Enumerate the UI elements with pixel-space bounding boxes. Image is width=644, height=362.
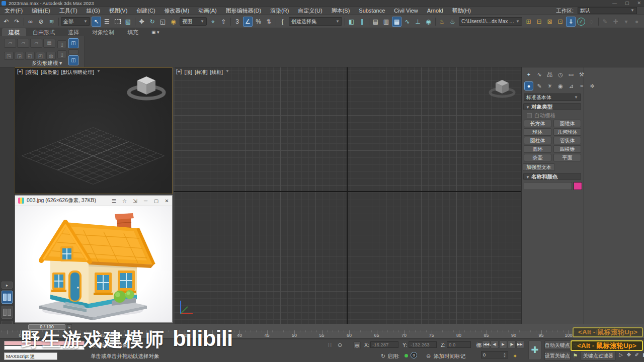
select-object-icon[interactable]: ↖ — [92, 17, 101, 27]
bind-to-space-warp-icon[interactable]: ≋ — [47, 17, 56, 27]
viewport-label-segment[interactable]: [顶] — [184, 69, 192, 76]
project-folder-dropdown[interactable]: C:\Users\1\…ds Max 2023▼ — [459, 17, 522, 26]
select-and-scale-icon[interactable]: ◱ — [158, 17, 168, 27]
menu-item[interactable]: 修改器(M) — [160, 7, 194, 15]
view-cube[interactable] — [122, 71, 169, 105]
filter-funnel-icon[interactable]: ▼ — [225, 69, 229, 76]
menu-item[interactable]: 渲染(R) — [266, 7, 293, 15]
viewer-minimize-icon[interactable]: ─ — [140, 196, 151, 206]
viewport-label-segment[interactable]: [+] — [17, 69, 23, 76]
key-filters-icon[interactable]: ⚑ — [572, 352, 579, 359]
isolate-selection-icon[interactable]: ∷ — [326, 341, 334, 349]
primitive-button[interactable]: 圆锥体 — [553, 120, 581, 127]
notification-icon[interactable]: ◌ — [587, 17, 596, 27]
menu-item[interactable]: 创建(C) — [132, 7, 159, 15]
object-color-swatch[interactable] — [574, 182, 582, 190]
viewport-label-segment[interactable]: [线框] — [210, 69, 223, 76]
pan-view-icon[interactable]: ✥ — [626, 351, 632, 358]
ribbon-tool-icon[interactable]: ▱ — [17, 39, 29, 48]
ribbon-tab[interactable]: 填充 — [121, 28, 145, 36]
menu-item[interactable]: 图形编辑器(D) — [221, 7, 266, 15]
ribbon-tool-icon[interactable]: ▯ — [57, 40, 66, 48]
set-key-button[interactable]: 设置关键点 — [544, 351, 571, 360]
maximize-viewport-icon[interactable]: ◧ — [642, 351, 644, 358]
menu-item[interactable]: Civil View — [389, 7, 422, 15]
viewport-top[interactable]: [+][顶][标准][线框]▼ — [174, 67, 521, 324]
primitive-button[interactable]: 四棱锥 — [553, 145, 581, 153]
zoom-region-icon[interactable]: ✐ — [634, 351, 640, 358]
select-and-rotate-icon[interactable]: ↻ — [147, 17, 157, 27]
ribbon-toggle-icon[interactable]: ▦ — [392, 17, 401, 27]
current-frame-field[interactable]: 0▲▼ — [481, 351, 508, 358]
viewport-perspective[interactable]: [+][透视][高质量][默认明暗处理]▼ — [15, 67, 173, 194]
select-by-name-icon[interactable]: ☰ — [102, 17, 112, 27]
layer-explorer-icon[interactable]: ▥ — [381, 17, 391, 27]
z-coord-field[interactable]: 0.0 — [447, 341, 471, 348]
primitive-button[interactable]: 茶壶 — [524, 154, 551, 161]
ribbon-tool-icon[interactable] — [68, 49, 78, 54]
spacewarps-category-icon[interactable]: ≈ — [577, 81, 586, 90]
render-frame-icon[interactable]: ♨ — [448, 17, 457, 27]
ribbon-tab[interactable]: 建模 — [2, 28, 26, 36]
viewer-favorite-icon[interactable]: ☆ — [119, 196, 130, 206]
ribbon-tool-icon[interactable]: ▱ — [30, 39, 42, 48]
viewport-label-segment[interactable]: [标准] — [195, 69, 208, 76]
menu-item[interactable]: Substance — [354, 7, 389, 15]
named-selection-sets-icon[interactable]: { — [278, 17, 287, 27]
enable-time-icon[interactable]: ↻ — [379, 352, 387, 360]
add-time-tag-icon[interactable]: ⊖ — [425, 352, 432, 360]
x-coord-field[interactable]: -16.287 — [370, 341, 398, 348]
menu-item[interactable]: 自定义(U) — [293, 7, 327, 15]
ribbon-tool-icon[interactable]: ▱ — [4, 39, 16, 48]
go-to-start-button[interactable]: |◀◀ — [482, 340, 490, 348]
select-and-manipulate-icon[interactable]: ⇧ — [219, 17, 228, 27]
primitive-button[interactable]: 圆柱体 — [524, 137, 551, 144]
viewer-maximize-icon[interactable]: ▢ — [151, 196, 162, 206]
maxscript-listener[interactable] — [4, 346, 85, 350]
primitive-button[interactable]: 几何球体 — [553, 128, 581, 136]
modify-tab-icon[interactable]: ∿ — [535, 70, 544, 79]
ribbon-tool-icon[interactable]: ◍ — [46, 52, 56, 60]
close-button[interactable]: ✕ — [637, 0, 641, 7]
select-and-link-icon[interactable]: ∞ — [26, 17, 35, 27]
undo-icon[interactable]: ↶ — [2, 17, 11, 27]
ribbon-tool-icon[interactable]: ◰ — [36, 52, 45, 60]
transform-gizmo-icon[interactable]: ⊕ — [353, 341, 361, 349]
ribbon-tab[interactable]: 选择 — [61, 28, 86, 36]
menu-item[interactable]: 文件(F) — [0, 7, 27, 15]
layout-preset[interactable] — [2, 306, 13, 319]
geometry-category-icon[interactable]: ● — [524, 81, 533, 90]
track-bar[interactable]: 0510152025303540455055606570758085909510… — [0, 330, 644, 339]
ribbon-tab[interactable]: 对象绘制 — [86, 28, 121, 36]
object-name-field[interactable] — [524, 182, 572, 190]
maxscript-macro-recorder[interactable] — [4, 341, 85, 345]
spinner-arrows-icon[interactable]: ▲▼ — [503, 352, 506, 358]
autobackup-icon[interactable]: ⇓ — [566, 17, 576, 27]
primitive-button[interactable]: 圆环 — [524, 145, 551, 153]
import-file-icon[interactable]: ⊡ — [555, 17, 565, 27]
menu-item[interactable]: 编辑(E) — [27, 7, 55, 15]
shapes-category-icon[interactable]: ✎ — [535, 81, 544, 90]
rollout-object-type[interactable]: ▼对象类型 — [523, 103, 581, 110]
select-and-move-icon[interactable]: ✥ — [137, 17, 146, 27]
maxscript-mini-listener-label[interactable]: MAXScript 迷 — [4, 352, 57, 360]
next-frame-nub[interactable]: ▸ — [67, 324, 72, 330]
add-tool-icon[interactable]: ✚ — [611, 17, 620, 27]
select-and-place-icon[interactable]: ◉ — [169, 17, 178, 27]
primitive-button[interactable]: 管状体 — [553, 137, 581, 144]
spinner-snap-icon[interactable]: ⇅ — [264, 17, 274, 27]
primitive-button[interactable]: 长方体 — [524, 120, 551, 127]
align-icon[interactable]: ∥ — [357, 17, 367, 27]
time-slider-handle[interactable]: 0 / 100 — [28, 324, 65, 330]
ribbon-tab[interactable]: ▣ ▾ — [145, 28, 166, 36]
menu-item[interactable]: 脚本(S) — [327, 7, 355, 15]
ribbon-tool-icon[interactable]: ◲ — [15, 52, 24, 60]
ribbon-panel-label[interactable]: 多边形建模 ▾ — [9, 60, 85, 67]
rollout-name-color[interactable]: ▼名称和颜色 — [523, 173, 581, 180]
layout-flyout-button[interactable]: ▸ — [2, 282, 13, 289]
lights-category-icon[interactable]: ☀ — [545, 81, 554, 90]
primitive-button[interactable]: 球体 — [524, 128, 551, 136]
selection-filter-dropdown[interactable]: 全部▼ — [61, 17, 90, 26]
edit-poly-mode-icon[interactable]: ◫ — [68, 38, 78, 48]
image-viewer-window[interactable]: 003.jpg (626×626像素, 37KB) ☰☆⇲─▢✕ — [15, 195, 173, 323]
